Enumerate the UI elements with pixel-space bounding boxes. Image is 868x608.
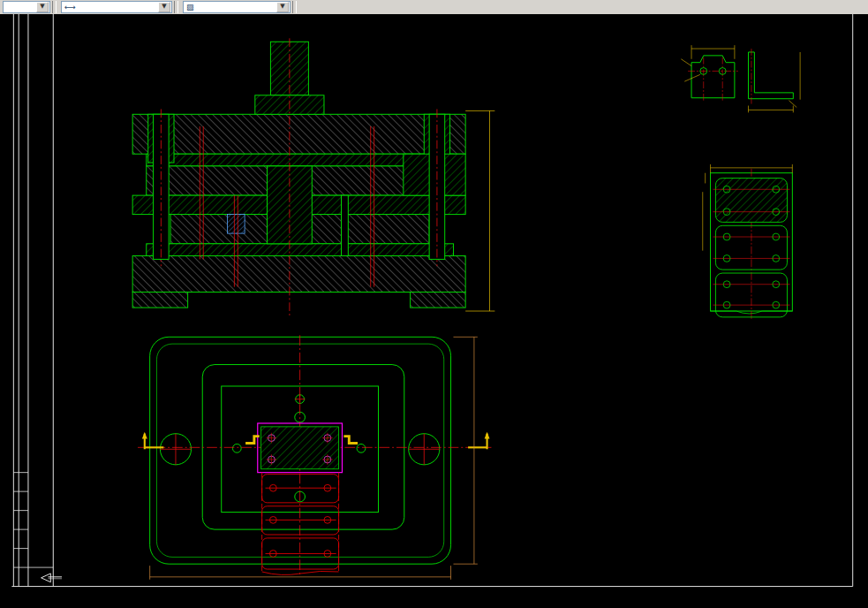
dim-style-icon: ⟷ [63, 3, 78, 11]
chevron-down-icon[interactable]: ▼ [36, 2, 49, 12]
top-toolbar: ▼ ⟷ ▼ ▨ ▼ [0, 0, 868, 15]
part-drawing [681, 45, 800, 112]
strip-layout [703, 164, 793, 320]
toolbar-separator [52, 1, 57, 13]
feeder-hook-right [343, 437, 358, 444]
drawing-svg[interactable] [0, 14, 868, 608]
dim-style-dropdown[interactable]: ⟷ ▼ [61, 1, 172, 13]
toolbar-separator [174, 1, 178, 13]
ucs-icon [42, 574, 62, 582]
section-view [132, 38, 494, 317]
chevron-down-icon[interactable]: ▼ [276, 2, 289, 12]
workpiece-part [228, 215, 245, 233]
table-style-dropdown[interactable]: ▨ ▼ [183, 1, 291, 13]
section-marker-left [142, 432, 163, 450]
toolbar-separator [292, 1, 297, 13]
section-marker-right [468, 432, 489, 450]
table-style-icon: ▨ [185, 3, 196, 11]
text-style-dropdown[interactable]: ▼ [3, 1, 50, 13]
drawing-canvas[interactable] [0, 14, 868, 608]
chevron-down-icon[interactable]: ▼ [158, 2, 170, 12]
plan-view [138, 335, 491, 579]
section-dim [465, 110, 494, 311]
